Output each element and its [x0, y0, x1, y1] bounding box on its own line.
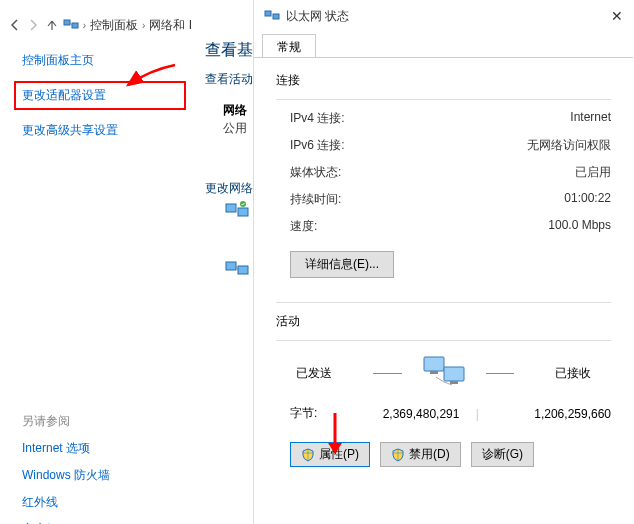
- firewall-link[interactable]: Windows 防火墙: [22, 467, 110, 484]
- details-button[interactable]: 详细信息(E)...: [290, 251, 394, 278]
- chevron-right-icon: ›: [142, 20, 145, 31]
- media-label: 媒体状态:: [290, 164, 341, 181]
- breadcrumb-item[interactable]: 控制面板: [90, 17, 138, 34]
- ipv6-label: IPv6 连接:: [290, 137, 345, 154]
- change-network-heading: 更改网络: [205, 180, 253, 197]
- ethernet-status-dialog: 以太网 状态 ✕ 常规 连接 IPv4 连接: Internet IPv6 连接…: [253, 0, 633, 524]
- ipv6-value: 无网络访问权限: [527, 137, 611, 154]
- svg-rect-7: [265, 11, 271, 16]
- speed-label: 速度:: [290, 218, 317, 235]
- bytes-row: 字节: 2,369,480,291 | 1,206,259,660: [276, 405, 611, 422]
- ipv4-value: Internet: [570, 110, 611, 127]
- media-state-row: 媒体状态: 已启用: [276, 164, 611, 181]
- duration-label: 持续时间:: [290, 191, 341, 208]
- breadcrumb: › 控制面板 › 网络和 I: [0, 10, 200, 40]
- sidebar-home-link[interactable]: 控制面板主页: [22, 52, 178, 69]
- also-see-section: 另请参阅 Internet 选项 Windows 防火墙 红外线 家庭组: [22, 413, 110, 524]
- network-center-icon: [63, 17, 79, 33]
- svg-rect-8: [273, 14, 279, 19]
- internet-options-link[interactable]: Internet 选项: [22, 440, 110, 457]
- activity-line: [486, 373, 515, 374]
- svg-rect-2: [226, 204, 236, 212]
- adapter-settings-icon[interactable]: [225, 200, 249, 225]
- svg-rect-3: [238, 208, 248, 216]
- sidebar-sharing-settings-link[interactable]: 更改高级共享设置: [22, 122, 178, 139]
- svg-rect-1: [72, 23, 78, 28]
- svg-rect-9: [424, 357, 444, 371]
- breadcrumb-item[interactable]: 网络和 I: [149, 17, 192, 34]
- disable-button[interactable]: 禁用(D): [380, 442, 461, 467]
- also-see-title: 另请参阅: [22, 413, 110, 430]
- svg-rect-11: [430, 371, 438, 374]
- received-label: 已接收: [534, 365, 611, 382]
- divider: [276, 99, 611, 100]
- tab-bar: 常规: [254, 32, 633, 58]
- connection-section-title: 连接: [276, 72, 611, 89]
- dialog-titlebar: 以太网 状态 ✕: [254, 0, 633, 32]
- disable-button-label: 禁用(D): [409, 446, 450, 463]
- properties-button-label: 属性(P): [319, 446, 359, 463]
- nav-back-icon[interactable]: [8, 15, 22, 35]
- tab-general[interactable]: 常规: [262, 34, 316, 57]
- activity-line: [373, 373, 402, 374]
- ipv4-row: IPv4 连接: Internet: [276, 110, 611, 127]
- svg-rect-5: [226, 262, 236, 270]
- nav-forward-icon[interactable]: [26, 15, 40, 35]
- activity-graphic: 已发送 已接收: [276, 355, 611, 391]
- diagnose-button[interactable]: 诊断(G): [471, 442, 534, 467]
- nav-up-icon[interactable]: [44, 15, 58, 35]
- close-icon[interactable]: ✕: [611, 8, 623, 24]
- svg-rect-6: [238, 266, 248, 274]
- svg-rect-0: [64, 20, 70, 25]
- dialog-title: 以太网 状态: [286, 8, 605, 25]
- sidebar-adapter-settings-link[interactable]: 更改适配器设置: [14, 81, 186, 110]
- speed-value: 100.0 Mbps: [548, 218, 611, 235]
- network-type-label: 公用: [223, 120, 247, 137]
- activity-section-title: 活动: [276, 313, 611, 330]
- ipv4-label: IPv4 连接:: [290, 110, 345, 127]
- ethernet-status-icon: [264, 8, 280, 24]
- divider: [276, 340, 611, 341]
- bytes-divider: |: [459, 407, 495, 421]
- diagnose-button-label: 诊断(G): [482, 446, 523, 463]
- divider: [276, 302, 611, 303]
- svg-rect-12: [450, 381, 458, 384]
- infrared-link[interactable]: 红外线: [22, 494, 110, 511]
- chevron-right-icon: ›: [83, 20, 86, 31]
- duration-value: 01:00:22: [564, 191, 611, 208]
- svg-rect-10: [444, 367, 464, 381]
- bytes-received-value: 1,206,259,660: [495, 407, 611, 421]
- ipv6-row: IPv6 连接: 无网络访问权限: [276, 137, 611, 154]
- view-active-text: 查看活动: [205, 71, 253, 88]
- speed-row: 速度: 100.0 Mbps: [276, 218, 611, 235]
- main-heading-area: 查看基 查看活动: [205, 40, 253, 94]
- properties-button[interactable]: 属性(P): [290, 442, 370, 467]
- view-basic-heading: 查看基: [205, 40, 253, 61]
- duration-row: 持续时间: 01:00:22: [276, 191, 611, 208]
- shield-icon: [391, 448, 405, 462]
- shield-icon: [301, 448, 315, 462]
- network-name-label: 网络: [223, 102, 247, 119]
- media-value: 已启用: [575, 164, 611, 181]
- sent-label: 已发送: [276, 365, 353, 382]
- ethernet-icon[interactable]: [225, 260, 249, 283]
- bytes-sent-value: 2,369,480,291: [344, 407, 460, 421]
- bytes-label: 字节:: [290, 405, 344, 422]
- monitors-icon: [422, 355, 466, 391]
